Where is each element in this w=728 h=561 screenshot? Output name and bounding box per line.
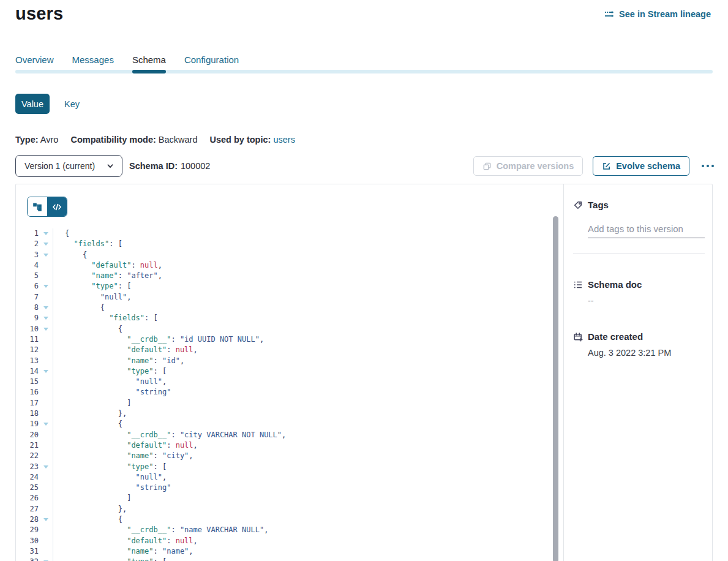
line-number: 28 bbox=[16, 514, 39, 525]
line-number: 2 bbox=[16, 239, 39, 249]
page-title: users bbox=[15, 4, 63, 24]
code-text: "type": [ bbox=[65, 462, 167, 472]
code-line: 3 { bbox=[16, 250, 562, 260]
line-number: 21 bbox=[16, 440, 39, 451]
code-text: "type": [ bbox=[65, 557, 167, 561]
sidebar-divider bbox=[573, 253, 705, 254]
code-line: 30 "default": null, bbox=[16, 536, 562, 546]
gutter-fold-cell bbox=[39, 440, 53, 451]
tags-title: Tags bbox=[588, 200, 609, 210]
topic-link[interactable]: users bbox=[273, 135, 295, 145]
gutter-fold-cell bbox=[39, 292, 53, 303]
version-actions: Compare versions Evolve schema bbox=[473, 156, 716, 176]
compatibility-mode: Compatibility mode: Backward bbox=[70, 135, 197, 145]
fold-toggle-icon[interactable] bbox=[43, 328, 48, 331]
schema-doc-section: Schema doc -- bbox=[573, 279, 704, 306]
line-number: 30 bbox=[16, 536, 39, 546]
code-line: 16 "string" bbox=[16, 387, 562, 397]
compare-versions-button[interactable]: Compare versions bbox=[473, 156, 584, 176]
schema-details-sidebar: Tags Schema doc -- bbox=[564, 184, 712, 561]
editor-vertical-scrollbar[interactable] bbox=[553, 216, 558, 561]
line-number: 20 bbox=[16, 430, 39, 440]
code-line: 5 "name": "after", bbox=[16, 271, 562, 281]
gutter-fold-cell bbox=[39, 504, 53, 514]
code-line: 11 "__crdb__": "id UUID NOT NULL", bbox=[16, 334, 562, 345]
fold-toggle-icon[interactable] bbox=[43, 306, 48, 309]
code-text: "string" bbox=[65, 483, 171, 493]
editor-view-toggle bbox=[27, 197, 67, 217]
tab-overview[interactable]: Overview bbox=[15, 55, 54, 69]
lineage-link-label: See in Stream lineage bbox=[619, 9, 711, 19]
line-number: 15 bbox=[16, 377, 39, 387]
code-text: "default": null, bbox=[65, 440, 198, 451]
code-text: "__crdb__": "id UUID NOT NULL", bbox=[65, 334, 264, 345]
schema-doc-title: Schema doc bbox=[588, 279, 642, 290]
code-text: "name": "city", bbox=[65, 451, 193, 461]
key-tab-button[interactable]: Key bbox=[64, 99, 80, 109]
code-line: 18 }, bbox=[16, 409, 562, 419]
gutter-fold-cell bbox=[39, 493, 53, 503]
line-number: 24 bbox=[16, 472, 39, 483]
line-number: 5 bbox=[16, 271, 39, 281]
add-tags-input[interactable] bbox=[588, 222, 705, 238]
tag-icon bbox=[573, 200, 583, 210]
line-number: 25 bbox=[16, 483, 39, 493]
tree-view-toggle[interactable] bbox=[28, 197, 47, 216]
code-line: 4 "default": null, bbox=[16, 260, 562, 271]
tab-messages[interactable]: Messages bbox=[72, 55, 114, 69]
value-tab-button[interactable]: Value bbox=[15, 94, 50, 114]
gutter-fold-cell bbox=[39, 472, 53, 483]
gutter-fold-cell bbox=[39, 303, 53, 313]
fold-toggle-icon[interactable] bbox=[43, 243, 48, 246]
line-number: 19 bbox=[16, 419, 39, 429]
gutter-fold-cell bbox=[39, 250, 53, 260]
fold-toggle-icon[interactable] bbox=[43, 285, 48, 288]
code-view-toggle[interactable] bbox=[47, 197, 67, 216]
tags-section: Tags bbox=[573, 200, 704, 254]
line-number: 1 bbox=[16, 228, 39, 239]
fold-toggle-icon[interactable] bbox=[43, 317, 48, 320]
schema-code-editor[interactable]: 1{2 "fields": [3 {4 "default": null,5 "n… bbox=[16, 228, 562, 561]
code-text: "fields": [ bbox=[65, 239, 122, 249]
gutter-fold-cell bbox=[39, 398, 53, 409]
code-line: 32 "type": [ bbox=[16, 557, 562, 561]
code-text: { bbox=[65, 514, 122, 525]
tab-schema[interactable]: Schema bbox=[132, 55, 166, 69]
tree-view-icon bbox=[32, 202, 42, 212]
compare-versions-label: Compare versions bbox=[497, 161, 574, 171]
gutter-fold-cell bbox=[39, 345, 53, 355]
gutter-fold-cell bbox=[39, 536, 53, 546]
chevron-down-icon bbox=[106, 162, 114, 170]
code-text: { bbox=[65, 228, 69, 239]
ellipsis-icon bbox=[700, 164, 715, 168]
code-line: 27 }, bbox=[16, 504, 562, 514]
gutter-fold-cell bbox=[39, 313, 53, 323]
fold-toggle-icon[interactable] bbox=[43, 232, 48, 235]
fold-toggle-icon[interactable] bbox=[43, 423, 48, 426]
version-select[interactable]: Version 1 (current) bbox=[15, 155, 122, 177]
schema-id: Schema ID: 100002 bbox=[129, 155, 210, 177]
stream-lineage-icon bbox=[604, 9, 615, 19]
code-text: "null", bbox=[65, 292, 131, 303]
tags-heading: Tags bbox=[573, 200, 704, 210]
fold-toggle-icon[interactable] bbox=[43, 254, 48, 257]
fold-toggle-icon[interactable] bbox=[43, 465, 48, 469]
code-line: 12 "default": null, bbox=[16, 345, 562, 355]
topic-label: Used by topic: bbox=[209, 135, 271, 145]
code-line: 20 "__crdb__": "city VARCHAR NOT NULL", bbox=[16, 430, 562, 440]
version-select-value: Version 1 (current) bbox=[24, 161, 95, 171]
code-text: { bbox=[65, 250, 87, 260]
calendar-plus-icon bbox=[573, 332, 583, 342]
evolve-schema-button[interactable]: Evolve schema bbox=[593, 156, 689, 176]
tab-configuration[interactable]: Configuration bbox=[184, 55, 239, 69]
fold-toggle-icon[interactable] bbox=[43, 370, 48, 373]
gutter-fold-cell bbox=[39, 557, 53, 561]
more-options-button[interactable] bbox=[699, 164, 716, 168]
see-in-stream-lineage-link[interactable]: See in Stream lineage bbox=[604, 9, 711, 19]
date-created-section: Date created Aug. 3 2022 3:21 PM bbox=[573, 331, 704, 358]
code-line: 9 "fields": [ bbox=[16, 313, 562, 323]
schema-doc-heading: Schema doc bbox=[573, 279, 704, 290]
fold-toggle-icon[interactable] bbox=[43, 518, 48, 521]
line-number: 6 bbox=[16, 281, 39, 292]
gutter-fold-cell bbox=[39, 387, 53, 397]
